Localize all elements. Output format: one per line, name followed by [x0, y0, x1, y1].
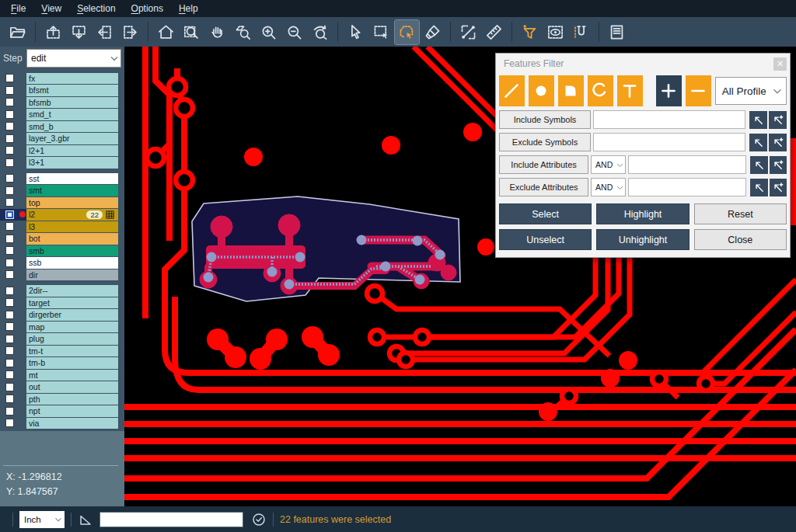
- exclude-attributes-button[interactable]: Exclude Attributes: [499, 178, 588, 196]
- layer-name[interactable]: l2+1: [26, 145, 118, 157]
- layer-visibility-checkbox[interactable]: [5, 395, 14, 403]
- include-symbols-pick-add-button[interactable]: [769, 111, 787, 129]
- layer-name[interactable]: 2dir--: [26, 285, 118, 297]
- polygon-select-button[interactable]: [395, 20, 419, 44]
- unhighlight-button[interactable]: Unhighlight: [596, 229, 689, 250]
- layer-row-smd_b[interactable]: smd_b: [0, 120, 124, 133]
- layer-row-mt[interactable]: mt: [0, 369, 124, 381]
- layer-row-layer_3.gbr[interactable]: layer_3.gbr: [0, 133, 124, 145]
- layer-table-icon[interactable]: [106, 210, 114, 219]
- layer-visibility-checkbox[interactable]: [5, 407, 14, 416]
- layers-panel-button[interactable]: [605, 20, 629, 44]
- snap-button[interactable]: [569, 20, 593, 44]
- layer-name[interactable]: bfsmt: [26, 85, 118, 96]
- layer-name[interactable]: npt: [26, 405, 118, 417]
- layer-row-l2[interactable]: l222: [0, 209, 124, 221]
- layer-name[interactable]: smd_b: [26, 121, 118, 133]
- menu-help[interactable]: Help: [171, 2, 206, 16]
- unselect-button[interactable]: Unselect: [499, 229, 592, 250]
- layer-name[interactable]: pth: [26, 394, 118, 405]
- layer-visibility-checkbox[interactable]: [5, 287, 14, 295]
- layer-row-target[interactable]: target: [0, 297, 124, 309]
- filter-type-line-button[interactable]: [499, 75, 525, 106]
- layer-name[interactable]: tm-b: [26, 357, 118, 369]
- measure-line-button[interactable]: [456, 20, 480, 44]
- profile-select[interactable]: All Profile: [715, 77, 787, 105]
- layer-visibility-checkbox[interactable]: [5, 146, 14, 155]
- pointer-select-button[interactable]: [344, 20, 368, 44]
- rect-select-button[interactable]: [369, 20, 393, 44]
- layer-visibility-checkbox[interactable]: [5, 235, 14, 243]
- layer-visibility-checkbox[interactable]: [5, 158, 14, 167]
- filter-type-surface-button[interactable]: [558, 75, 584, 106]
- layer-visibility-checkbox[interactable]: [5, 110, 14, 119]
- layer-name[interactable]: fx: [26, 73, 118, 85]
- command-input[interactable]: [100, 512, 243, 527]
- layer-row-bot[interactable]: bot: [0, 233, 124, 245]
- layer-visibility-checkbox[interactable]: [5, 210, 14, 219]
- layer-row-bfsmb[interactable]: bfsmb: [0, 96, 124, 109]
- history-check-icon[interactable]: [251, 512, 267, 527]
- layer-name[interactable]: smt: [26, 185, 118, 196]
- layer-name[interactable]: layer_3.gbr: [26, 133, 118, 144]
- layer-visibility-checkbox[interactable]: [5, 419, 14, 427]
- layer-visibility-checkbox[interactable]: [5, 174, 14, 183]
- close-icon[interactable]: ✕: [773, 57, 787, 71]
- layer-visibility-checkbox[interactable]: [5, 311, 14, 319]
- layer-visibility-checkbox[interactable]: [5, 122, 14, 130]
- export-down-button[interactable]: [67, 20, 91, 44]
- layer-row-tm-b[interactable]: tm-b: [0, 357, 124, 370]
- layer-row-2dir--[interactable]: 2dir--: [0, 285, 124, 297]
- polarity-positive-button[interactable]: [656, 75, 682, 106]
- layer-row-via[interactable]: via: [0, 417, 124, 429]
- layer-name[interactable]: bfsmb: [26, 97, 118, 109]
- layer-visibility-checkbox[interactable]: [5, 246, 14, 255]
- exclude-symbols-pick-button[interactable]: [749, 134, 767, 151]
- layer-name[interactable]: sst: [26, 173, 118, 185]
- layer-name[interactable]: smd_t: [26, 109, 118, 120]
- layer-visibility-checkbox[interactable]: [5, 259, 14, 267]
- clear-brush-button[interactable]: [421, 20, 445, 44]
- layer-visibility-checkbox[interactable]: [5, 383, 14, 391]
- layer-row-map[interactable]: map: [0, 321, 124, 333]
- select-button[interactable]: Select: [499, 203, 592, 224]
- layer-visibility-checkbox[interactable]: [5, 370, 14, 379]
- layer-visibility-checkbox[interactable]: [5, 222, 14, 231]
- layer-visibility-checkbox[interactable]: [5, 98, 14, 106]
- zoom-previous-button[interactable]: [308, 20, 332, 44]
- layer-name[interactable]: bot: [26, 233, 118, 245]
- features-filter-button[interactable]: [518, 20, 542, 44]
- layer-row-bfsmt[interactable]: bfsmt: [0, 85, 124, 97]
- layer-row-top[interactable]: top: [0, 196, 124, 209]
- exclude-attributes-pick-button[interactable]: [750, 179, 767, 196]
- layer-name[interactable]: smb: [26, 245, 118, 257]
- menu-view[interactable]: View: [33, 2, 69, 16]
- layer-row-smd_t[interactable]: smd_t: [0, 109, 124, 121]
- layer-name[interactable]: plug: [26, 333, 118, 345]
- export-right-button[interactable]: [118, 20, 142, 44]
- layer-row-ssb[interactable]: ssb: [0, 257, 124, 269]
- layer-visibility-checkbox[interactable]: [5, 346, 14, 355]
- layer-name[interactable]: top: [26, 197, 118, 209]
- layer-row-l2+1[interactable]: l2+1: [0, 144, 124, 157]
- layer-visibility-checkbox[interactable]: [5, 298, 14, 307]
- open-button[interactable]: [5, 20, 30, 44]
- include-attributes-logic-select[interactable]: AND: [591, 155, 626, 174]
- highlight-button[interactable]: Highlight: [596, 203, 689, 224]
- ruler-button[interactable]: [482, 20, 506, 44]
- home-button[interactable]: [154, 20, 178, 44]
- menu-options[interactable]: Options: [124, 2, 171, 16]
- include-symbols-input[interactable]: [593, 110, 745, 129]
- layer-name[interactable]: l222: [26, 209, 118, 221]
- include-symbols-button[interactable]: Include Symbols: [499, 110, 591, 129]
- layer-name[interactable]: out: [26, 381, 118, 393]
- menu-selection[interactable]: Selection: [69, 2, 123, 16]
- exclude-symbols-button[interactable]: Exclude Symbols: [499, 133, 591, 151]
- layer-name[interactable]: dir: [26, 269, 118, 281]
- layer-row-sst[interactable]: sst: [0, 172, 124, 185]
- zoom-object-button[interactable]: [231, 20, 255, 44]
- layer-row-npt[interactable]: npt: [0, 405, 124, 418]
- exclude-attributes-input[interactable]: [628, 178, 746, 196]
- filter-type-text-button[interactable]: [617, 75, 643, 106]
- layer-name[interactable]: dirgerber: [26, 309, 118, 321]
